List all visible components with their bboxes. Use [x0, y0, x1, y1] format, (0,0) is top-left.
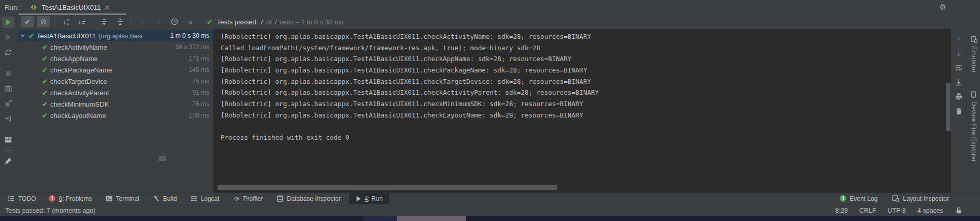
run-titlebar: Run: TestA1BasicUIX011 ✕ ⚙ —: [0, 0, 980, 14]
test-summary: ✔ Tests passed: 7 of 7 tests – 1 m 0 s 3…: [207, 18, 343, 26]
profiler-gauge-icon: [233, 195, 240, 202]
caret-position-widget[interactable]: 8:28: [835, 207, 848, 214]
toolwindow-button-device-file-explorer[interactable]: Device File Explorer: [970, 91, 977, 162]
test-case-name: checkPackageName: [50, 66, 112, 74]
hide-toolwindow-icon[interactable]: —: [956, 4, 962, 11]
collapse-all-button[interactable]: [114, 16, 126, 27]
test-case-name: checkActivityParent: [50, 89, 109, 97]
test-case-row[interactable]: ✔ checkPackageName 145 ms: [18, 64, 213, 76]
scroll-to-end-icon: [955, 78, 963, 86]
show-passed-button[interactable]: ✔: [21, 16, 34, 27]
terminal-icon: [105, 195, 113, 202]
attach-debugger-button[interactable]: [2, 98, 15, 109]
test-run-config-icon: [30, 3, 38, 11]
toolwindow-button-logcat[interactable]: Logcat: [190, 195, 220, 202]
up-the-stack-trace-button[interactable]: ↑: [953, 33, 964, 45]
tree-horizontal-scrollbar[interactable]: [158, 156, 166, 161]
toolwindow-button-emulator[interactable]: Emulator: [970, 35, 977, 73]
arrow-down-icon: ↓: [957, 49, 961, 57]
console-line: Process finished with exit code 0: [221, 134, 951, 145]
printer-icon: [955, 93, 963, 101]
test-passed-icon: ✔: [40, 100, 49, 108]
test-case-row[interactable]: ✔ checkAppName 171 ms: [18, 53, 213, 64]
console-line: [Robolectric] org.aplas.basicappx.TestA1…: [221, 100, 951, 111]
expand-all-button[interactable]: [98, 16, 110, 27]
unlock-icon[interactable]: [955, 207, 962, 214]
test-history-button[interactable]: [168, 16, 181, 27]
previous-failed-test-button[interactable]: ↑: [136, 16, 149, 27]
stop-square-icon: [5, 70, 12, 77]
console-output[interactable]: [Robolectric] org.aplas.basicappx.TestA1…: [213, 29, 951, 193]
clear-all-button[interactable]: [953, 106, 964, 117]
run-play-icon: [5, 19, 12, 26]
todo-list-icon: [7, 195, 15, 202]
test-case-row[interactable]: ✔ checkMinimumSDK 76 ms: [18, 98, 213, 110]
toolwindow-button-problems[interactable]: ! 6: Problems: [49, 195, 92, 202]
test-case-row[interactable]: ✔ checkTargetDevice 75 ms: [18, 76, 213, 87]
toolwindow-bar: TODO ! 6: Problems Terminal Build: [0, 193, 980, 204]
test-case-duration: 100 ms: [185, 112, 213, 119]
test-passed-icon: ✔: [40, 55, 49, 63]
right-toolwindow-strip: Emulator Device File Explorer: [967, 14, 980, 193]
rerun-tests-button[interactable]: [2, 17, 15, 28]
console-line: [Robolectric] org.aplas.basicappx.TestA1…: [221, 111, 951, 123]
scroll-to-end-button[interactable]: [953, 77, 964, 88]
arrow-down-icon: ↓: [157, 18, 161, 26]
run-play-small-icon: [355, 196, 362, 202]
screenshot-button[interactable]: [2, 83, 15, 94]
debug-bug-icon: [4, 99, 12, 108]
test-case-row[interactable]: ✔ checkActivityParent 91 ms: [18, 87, 213, 98]
test-case-name: checkTargetDevice: [50, 78, 107, 85]
console-horizontal-scrollbar[interactable]: [218, 185, 557, 190]
encoding-widget[interactable]: UTF-8: [888, 207, 906, 214]
line-separator-widget[interactable]: CRLF: [859, 207, 876, 214]
down-the-stack-trace-button[interactable]: ↓: [953, 48, 964, 59]
taskbar-active-app-segment[interactable]: [397, 216, 466, 221]
tests-passed-detail: of 7 tests – 1 m 0 s 30 ms: [266, 18, 343, 26]
clock-icon: [170, 18, 179, 26]
soft-wrap-button[interactable]: [953, 62, 964, 73]
os-taskbar-edge: [0, 216, 980, 221]
run-config-tab[interactable]: TestA1BasicUIX011 ✕: [30, 3, 110, 11]
toolwindow-button-event-log[interactable]: 1 Event Log: [840, 195, 877, 202]
pin-icon: [4, 157, 12, 165]
console-vertical-scrollbar[interactable]: [946, 83, 950, 131]
event-log-count-badge: 1: [840, 195, 846, 202]
run-tool-window: Run: TestA1BasicUIX011 ✕ ⚙ — ✔ ⊘ ↓ az: [0, 0, 980, 221]
toolwindow-button-build[interactable]: Build: [152, 195, 177, 202]
suite-duration: 1 m 0 s 30 ms: [166, 32, 213, 39]
sort-alphabetically-button[interactable]: ↓ az: [60, 16, 72, 27]
camera-icon: [4, 84, 12, 93]
test-case-row[interactable]: ✔ checkLayoutName 100 ms: [18, 110, 213, 121]
toolwindow-button-database-inspector[interactable]: Database Inspector: [276, 195, 341, 202]
settings-gear-icon[interactable]: ⚙: [940, 3, 946, 12]
more-actions-button[interactable]: »: [184, 16, 197, 27]
toolbar-divider: [131, 18, 132, 26]
toolwindow-button-terminal[interactable]: Terminal: [105, 195, 139, 202]
toolwindow-button-run-active[interactable]: 4: Run: [349, 193, 389, 204]
sort-by-duration-button[interactable]: ↓: [76, 16, 88, 27]
test-case-duration: 171 ms: [185, 55, 213, 62]
jump-to-source-button[interactable]: [2, 113, 15, 124]
next-failed-test-button[interactable]: ↓: [152, 16, 165, 27]
stop-button[interactable]: [2, 68, 15, 79]
run-config-tab-title: TestA1BasicUIX011: [41, 4, 100, 11]
rail-divider: [3, 129, 13, 129]
rerun-failed-tests-button[interactable]: [2, 32, 15, 43]
test-suite-row[interactable]: ✔ TestA1BasicUIX011 (org.aplas.basi 1 m …: [18, 30, 213, 41]
toolwindow-button-profiler[interactable]: Profiler: [233, 195, 263, 202]
pin-tab-button[interactable]: [2, 155, 15, 167]
print-button[interactable]: [953, 91, 964, 102]
toolwindow-button-todo[interactable]: TODO: [7, 195, 36, 202]
rail-divider: [3, 63, 13, 63]
device-file-explorer-label: Device File Explorer: [970, 101, 977, 162]
close-tab-icon[interactable]: ✕: [104, 4, 110, 11]
toolwindow-button-layout-inspector[interactable]: Layout Inspector: [892, 195, 949, 202]
test-case-row[interactable]: ✔ checkActivityName 59 s 372 ms: [18, 41, 213, 53]
toggle-auto-test-button[interactable]: [2, 47, 15, 58]
console-line: [Robolectric] org.aplas.basicappx.TestA1…: [221, 66, 951, 78]
restore-layout-button[interactable]: [2, 134, 15, 145]
console-line: [Robolectric] org.aplas.basicappx.TestA1…: [221, 55, 951, 66]
show-ignored-button[interactable]: ⊘: [37, 16, 50, 27]
indent-widget[interactable]: 4 spaces: [917, 207, 943, 214]
